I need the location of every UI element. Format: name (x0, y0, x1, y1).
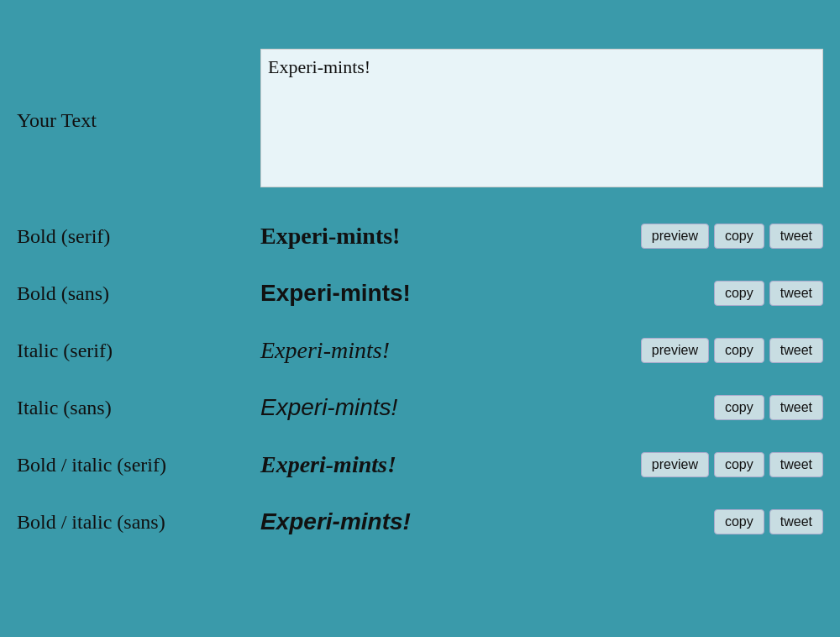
styled-text-italic-serif: Experi-mints! (260, 337, 633, 364)
label-italic-sans: Italic (sans) (17, 397, 260, 419)
btn-group-bold-serif: previewcopytweet (641, 224, 823, 249)
row-italic-serif: Italic (serif)Experi-mints!previewcopytw… (17, 322, 823, 379)
tweet-button-italic-serif[interactable]: tweet (769, 338, 823, 363)
styled-text-bold-serif: Experi-mints! (260, 223, 633, 250)
row-bold-italic-serif: Bold / italic (serif)Experi-mints!previe… (17, 436, 823, 493)
input-label: Your Text (17, 109, 260, 132)
styled-text-italic-sans: Experi-mints! (260, 394, 706, 421)
copy-button-italic-sans[interactable]: copy (714, 395, 764, 420)
btn-group-italic-serif: previewcopytweet (641, 338, 823, 363)
label-italic-serif: Italic (serif) (17, 340, 260, 362)
tweet-button-bold-italic-serif[interactable]: tweet (769, 452, 823, 477)
rows-container: Bold (serif)Experi-mints!previewcopytwee… (17, 208, 823, 550)
styled-text-bold-italic-sans: Experi-mints! (260, 508, 706, 535)
label-bold-italic-serif: Bold / italic (serif) (17, 454, 260, 476)
tweet-button-italic-sans[interactable]: tweet (769, 395, 823, 420)
row-bold-serif: Bold (serif)Experi-mints!previewcopytwee… (17, 208, 823, 265)
btn-group-italic-sans: copytweet (714, 395, 823, 420)
label-bold-serif: Bold (serif) (17, 225, 260, 248)
preview-button-bold-italic-serif[interactable]: preview (641, 452, 709, 477)
tweet-button-bold-sans[interactable]: tweet (769, 281, 823, 306)
btn-group-bold-italic-sans: copytweet (714, 509, 823, 534)
copy-button-bold-italic-sans[interactable]: copy (714, 509, 764, 534)
label-bold-sans: Bold (sans) (17, 282, 260, 305)
tweet-button-bold-serif[interactable]: tweet (769, 224, 823, 249)
btn-group-bold-italic-serif: previewcopytweet (641, 452, 823, 477)
tweet-button-bold-italic-sans[interactable]: tweet (769, 509, 823, 534)
row-bold-sans: Bold (sans)Experi-mints!copytweet (17, 265, 823, 322)
styled-text-bold-italic-serif: Experi-mints! (260, 451, 633, 478)
input-row: Your Text Experi-mints! (17, 34, 823, 208)
textarea-wrapper: Experi-mints! (260, 49, 823, 192)
copy-button-bold-italic-serif[interactable]: copy (714, 452, 764, 477)
row-bold-italic-sans: Bold / italic (sans)Experi-mints!copytwe… (17, 493, 823, 550)
preview-button-italic-serif[interactable]: preview (641, 338, 709, 363)
row-italic-sans: Italic (sans)Experi-mints!copytweet (17, 379, 823, 436)
text-input[interactable]: Experi-mints! (260, 49, 823, 187)
btn-group-bold-sans: copytweet (714, 281, 823, 306)
preview-button-bold-serif[interactable]: preview (641, 224, 709, 249)
copy-button-bold-serif[interactable]: copy (714, 224, 764, 249)
styled-text-bold-sans: Experi-mints! (260, 280, 706, 307)
label-bold-italic-sans: Bold / italic (sans) (17, 511, 260, 534)
copy-button-italic-serif[interactable]: copy (714, 338, 764, 363)
copy-button-bold-sans[interactable]: copy (714, 281, 764, 306)
